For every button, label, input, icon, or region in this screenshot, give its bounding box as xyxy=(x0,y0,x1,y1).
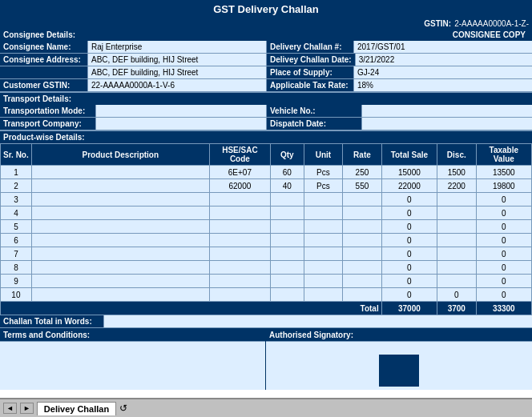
prev-button[interactable]: ◄ xyxy=(3,403,17,414)
tab-label[interactable]: Delivey Challan xyxy=(37,402,116,415)
challan-total-value xyxy=(104,315,532,327)
col-sr: Sr. No. xyxy=(1,144,32,166)
col-taxable: Taxable Value xyxy=(476,144,531,166)
col-disc: Disc. xyxy=(437,144,477,166)
table-row: 4 0 0 xyxy=(1,206,532,220)
transport-company-row: Transport Company: xyxy=(0,118,266,130)
dispatch-label: Dispatch Date: xyxy=(266,118,362,130)
transport-mode-row: Transportation Mode: xyxy=(0,105,266,118)
transport-mode-label: Transportation Mode: xyxy=(0,105,96,117)
consignee-copy-label: CONSIGNEE COPY xyxy=(453,30,529,39)
consignee-address1-value: ABC, DEF building, HIJ Street xyxy=(88,54,266,66)
place-supply-row: Place of Supply: GJ-24 xyxy=(266,66,532,79)
table-row: 5 0 0 xyxy=(1,220,532,234)
vehicle-label: Vehicle No.: xyxy=(266,105,362,117)
customer-gstin-value: 22-AAAAA0000A-1-V-6 xyxy=(88,79,266,91)
transport-company-label: Transport Company: xyxy=(0,118,96,130)
bottom-bar: ◄ ► Delivey Challan ↺ xyxy=(0,398,532,417)
main-window: GST Delivery Challan GSTIN: 2-AAAAA0000A… xyxy=(0,0,532,417)
transport-header: Transport Details: xyxy=(0,93,532,105)
terms-body xyxy=(0,342,265,390)
consignee-right-col: Delivery Challan #: 2017/GST/01 Delivey … xyxy=(266,41,532,92)
consignee-address-label: Consignee Address: xyxy=(0,54,88,66)
table-row: 1 6E+07 60 Pcs 250 15000 1500 13500 xyxy=(1,166,532,179)
delivery-date-label: Delivey Challan Date: xyxy=(266,54,356,66)
col-unit: Unit xyxy=(304,144,343,166)
challan-total-row: Challan Total in Words: xyxy=(0,315,532,328)
table-row: 6 0 0 xyxy=(1,234,532,247)
consignee-left-col: Consignee Name: Raj Enterprise Consignee… xyxy=(0,41,266,92)
delivery-challan-row: Delivery Challan #: 2017/GST/01 xyxy=(266,41,532,54)
auth-header: Authorised Signatory: xyxy=(266,329,532,342)
product-table: Sr. No. Product Description HSE/SAC Code… xyxy=(0,143,532,315)
col-total-sale: Total Sale xyxy=(381,144,437,166)
vehicle-row: Vehicle No.: xyxy=(266,105,532,118)
consignee-section-label: Consignee Details: xyxy=(3,30,75,39)
delivery-date-value: 3/21/2022 xyxy=(356,54,532,66)
gstin-row: GSTIN: 2-AAAAA0000A-1-Z- xyxy=(0,18,532,29)
prev-icon: ◄ xyxy=(6,404,14,412)
transport-grid: Transportation Mode: Transport Company: … xyxy=(0,105,532,131)
table-row: 3 0 0 xyxy=(1,193,532,206)
transport-right: Vehicle No.: Dispatch Date: xyxy=(266,105,532,130)
delivery-challan-label: Delivery Challan #: xyxy=(266,41,354,53)
consignee-gstin-row: Customer GSTIN: 22-AAAAA0000A-1-V-6 xyxy=(0,79,266,92)
consignee-address2-label xyxy=(0,66,88,78)
delivery-date-row: Delivey Challan Date: 3/21/2022 xyxy=(266,54,532,66)
consignee-address2-value: ABC, DEF building, HIJ Street xyxy=(88,66,266,78)
terms-section: Terms and Conditions: xyxy=(0,329,266,390)
col-rate: Rate xyxy=(343,144,382,166)
table-row: 7 0 0 xyxy=(1,247,532,261)
challan-total-label: Challan Total in Words: xyxy=(0,315,104,327)
consignee-address2-row: ABC, DEF building, HIJ Street xyxy=(0,66,266,79)
col-qty: Qty xyxy=(271,144,304,166)
consignee-header: Consignee Details: CONSIGNEE COPY xyxy=(0,29,532,41)
consignee-name-row: Consignee Name: Raj Enterprise xyxy=(0,41,266,54)
transport-left: Transportation Mode: Transport Company: xyxy=(0,105,266,130)
delivery-challan-value: 2017/GST/01 xyxy=(354,41,532,53)
auth-body xyxy=(266,342,532,390)
gstin-label: GSTIN: xyxy=(424,19,451,28)
gstin-value: 2-AAAAA0000A-1-Z- xyxy=(454,19,529,28)
applicable-tax-value: 18% xyxy=(354,79,532,91)
applicable-tax-row: Applicable Tax Rate: 18% xyxy=(266,79,532,92)
transport-mode-value xyxy=(96,105,266,117)
auth-box xyxy=(379,355,419,387)
vehicle-value xyxy=(362,105,532,117)
table-row: 2 62000 40 Pcs 550 22000 2200 19800 xyxy=(1,179,532,193)
next-button[interactable]: ► xyxy=(20,403,34,414)
table-row: 9 0 0 xyxy=(1,275,532,288)
dispatch-row: Dispatch Date: xyxy=(266,118,532,130)
consignee-address1-row: Consignee Address: ABC, DEF building, HI… xyxy=(0,54,266,66)
consignee-name-value: Raj Enterprise xyxy=(88,41,266,53)
tab-text: Delivey Challan xyxy=(44,404,109,414)
title-bar: GST Delivery Challan xyxy=(0,0,532,18)
terms-header: Terms and Conditions: xyxy=(0,329,265,342)
terms-row: Terms and Conditions: Authorised Signato… xyxy=(0,328,532,390)
table-row: 8 0 0 xyxy=(1,261,532,275)
total-label: Total xyxy=(1,302,382,315)
applicable-tax-label: Applicable Tax Rate: xyxy=(266,79,354,91)
dispatch-value xyxy=(362,118,532,130)
consignee-details-grid: Consignee Name: Raj Enterprise Consignee… xyxy=(0,41,532,93)
consignee-name-label: Consignee Name: xyxy=(0,41,88,53)
transport-company-value xyxy=(96,118,266,130)
place-supply-value: GJ-24 xyxy=(354,66,532,78)
product-header: Product-wise Details: xyxy=(0,131,532,143)
next-icon: ► xyxy=(23,404,30,412)
auth-section: Authorised Signatory: xyxy=(266,329,532,390)
col-description: Product Description xyxy=(31,144,209,166)
total-disc-value: 3700 xyxy=(437,302,477,315)
table-row: 10 0 0 0 xyxy=(1,288,532,302)
customer-gstin-label: Customer GSTIN: xyxy=(0,79,88,91)
total-row: Total 37000 3700 33300 xyxy=(1,302,532,315)
place-supply-label: Place of Supply: xyxy=(266,66,354,78)
total-sale-value: 37000 xyxy=(381,302,437,315)
page-title: GST Delivery Challan xyxy=(213,3,319,15)
col-hse: HSE/SAC Code xyxy=(209,144,270,166)
refresh-icon[interactable]: ↺ xyxy=(119,403,127,414)
total-taxable-value: 33300 xyxy=(476,302,531,315)
